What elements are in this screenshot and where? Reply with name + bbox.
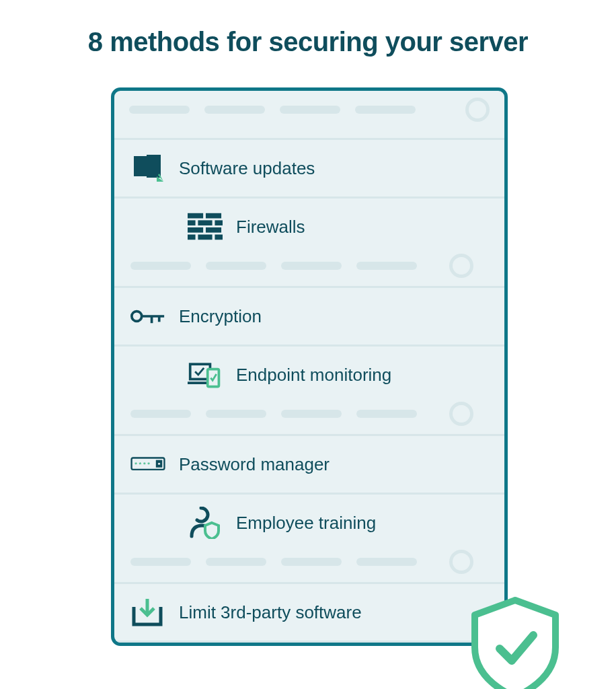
- deco-bar: [281, 558, 342, 566]
- panel-deco-top: [114, 91, 504, 138]
- deco-bar: [280, 106, 340, 114]
- deco-bar: [206, 262, 266, 270]
- encryption-icon: [130, 301, 165, 331]
- svg-rect-13: [215, 235, 223, 240]
- deco-bar: [356, 410, 417, 418]
- server-panel: Software updates Firewalls: [111, 87, 508, 646]
- shield-check-icon: [465, 595, 566, 689]
- deco-bar: [206, 558, 266, 566]
- deco-bar: [356, 558, 417, 566]
- method-label: Encryption: [179, 306, 262, 327]
- method-label: Employee training: [236, 513, 376, 534]
- deco-bar: [129, 106, 190, 114]
- svg-rect-7: [198, 220, 212, 225]
- svg-rect-6: [188, 220, 196, 225]
- method-row: **** Password manager: [114, 434, 504, 493]
- method-row: Software updates: [114, 138, 504, 196]
- deco-bar: [206, 410, 266, 418]
- software-updates-icon: [130, 153, 165, 183]
- svg-rect-8: [215, 220, 223, 225]
- deco-bar: [281, 262, 342, 270]
- svg-text:*: *: [143, 460, 146, 468]
- svg-rect-5: [206, 213, 221, 219]
- svg-point-27: [158, 463, 160, 465]
- svg-point-14: [132, 312, 142, 322]
- deco-circle: [449, 402, 473, 426]
- method-row: Limit 3rd-party software: [114, 582, 504, 641]
- deco-circle: [449, 550, 473, 574]
- svg-rect-11: [188, 235, 196, 240]
- method-row: Network segmentation: [114, 641, 504, 646]
- page-title: 8 methods for securing your server: [0, 0, 616, 57]
- method-label: Limit 3rd-party software: [179, 602, 362, 623]
- svg-rect-10: [206, 227, 221, 233]
- method-label: Software updates: [179, 158, 315, 179]
- limit-software-icon: [130, 597, 165, 627]
- method-label: Firewalls: [236, 217, 305, 238]
- firewall-icon: [188, 212, 223, 242]
- deco-bar: [130, 262, 191, 270]
- deco-circle: [465, 98, 490, 122]
- employee-training-icon: [188, 508, 223, 538]
- endpoint-monitoring-icon: [188, 360, 223, 390]
- deco-bar: [356, 262, 417, 270]
- svg-rect-12: [198, 235, 212, 240]
- svg-text:*: *: [139, 460, 142, 468]
- method-row: Employee training: [114, 493, 504, 582]
- svg-text:*: *: [147, 460, 150, 468]
- password-manager-icon: ****: [130, 449, 165, 479]
- deco-bar: [130, 558, 191, 566]
- deco-bar: [204, 106, 265, 114]
- method-row: Encryption: [114, 286, 504, 344]
- svg-text:*: *: [134, 460, 137, 468]
- deco-bar: [130, 410, 191, 418]
- method-row: Firewalls: [114, 196, 504, 286]
- deco-bar: [281, 410, 342, 418]
- deco-bar: [355, 106, 416, 114]
- deco-circle: [449, 254, 473, 278]
- svg-rect-4: [188, 213, 203, 219]
- svg-rect-9: [188, 227, 203, 233]
- method-label: Password manager: [179, 454, 330, 475]
- method-row: Endpoint monitoring: [114, 344, 504, 434]
- method-label: Endpoint monitoring: [236, 365, 391, 386]
